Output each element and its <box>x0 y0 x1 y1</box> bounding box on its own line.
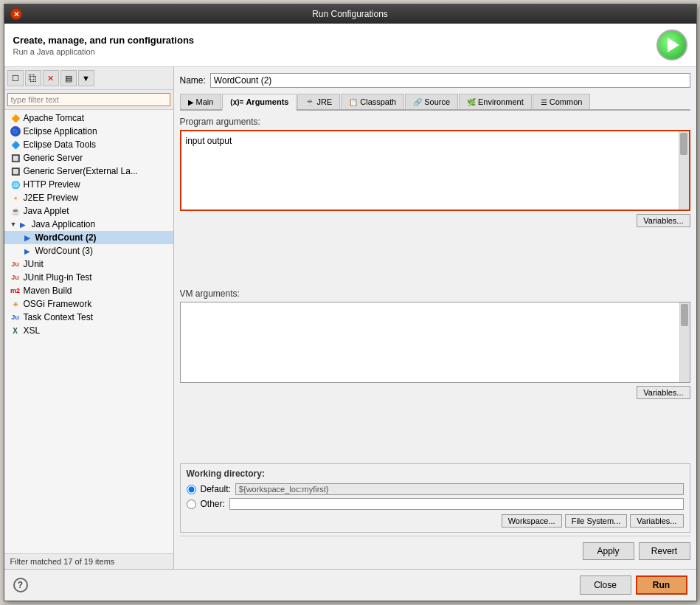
tree-item-label: Eclipse Application <box>24 126 97 136</box>
action-buttons: Apply Revert <box>180 536 690 563</box>
tree-item-junit[interactable]: Ju JUnit <box>4 257 173 271</box>
tab-jre[interactable]: ☕ JRE <box>297 94 340 109</box>
default-radio[interactable] <box>187 485 196 494</box>
tree-item-junit-plugin[interactable]: Ju JUnit Plug-in Test <box>4 271 173 284</box>
j2ee-icon: 🔸 <box>10 193 21 203</box>
junit-icon: Ju <box>10 259 21 269</box>
other-dir-value[interactable] <box>229 498 684 510</box>
tree-item-xsl[interactable]: X XSL <box>4 324 173 337</box>
vm-args-value <box>184 305 187 308</box>
program-args-box[interactable]: input output <box>180 130 690 211</box>
args-tab-icon: (x)= <box>230 98 243 106</box>
tab-common[interactable]: ☰ Common <box>533 94 591 109</box>
new-config-button[interactable]: ☐ <box>7 70 24 86</box>
tab-arguments[interactable]: (x)= Arguments <box>222 94 297 111</box>
filter-box <box>4 90 173 110</box>
filter-input[interactable] <box>7 93 170 106</box>
tab-classpath-label: Classpath <box>360 97 396 106</box>
tree-item-task-context[interactable]: Ju Task Context Test <box>4 311 173 324</box>
tab-environment[interactable]: 🌿 Environment <box>459 94 532 109</box>
title-bar: ✕ Run Configurations <box>4 4 696 24</box>
tab-source[interactable]: 🔗 Source <box>405 94 458 109</box>
tree-item-label: OSGi Framework <box>24 299 92 309</box>
workspace-button[interactable]: Workspace... <box>502 514 562 528</box>
program-args-section: Program arguments: input output Variable… <box>180 117 690 286</box>
junit-plugin-icon: Ju <box>10 272 21 283</box>
tree-item-eclipse-application[interactable]: 🔵 Eclipse Application <box>4 125 173 138</box>
tree-area: 🔶 Apache Tomcat 🔵 Eclipse Application 🔷 … <box>4 110 173 553</box>
vm-args-label: VM arguments: <box>180 288 690 299</box>
left-toolbar: ☐ ⿻ ✕ ▤ ▼ <box>4 67 173 90</box>
tree-item-apache-tomcat[interactable]: 🔶 Apache Tomcat <box>4 111 173 125</box>
tree-item-eclipse-data-tools[interactable]: 🔷 Eclipse Data Tools <box>4 138 173 151</box>
left-panel: ☐ ⿻ ✕ ▤ ▼ 🔶 Apache Tomcat 🔵 Eclipse Appl… <box>4 67 174 569</box>
http-icon: 🌐 <box>10 179 21 190</box>
filesystem-button[interactable]: File System... <box>565 514 628 528</box>
program-args-variables-button[interactable]: Variables... <box>637 214 690 227</box>
dir-buttons: Workspace... File System... Variables... <box>187 514 684 528</box>
tree-item-label: Java Applet <box>24 206 69 216</box>
run-button[interactable]: Run <box>636 575 687 595</box>
help-button[interactable]: ? <box>13 578 28 592</box>
tree-item-label: Task Context Test <box>24 312 94 322</box>
default-radio-label: Default: <box>201 484 231 494</box>
name-label: Name: <box>180 75 206 86</box>
header-subtitle: Run a Java application <box>13 47 195 56</box>
tree-item-wordcount-3[interactable]: ▶ WordCount (3) <box>4 244 173 257</box>
tree-item-j2ee-preview[interactable]: 🔸 J2EE Preview <box>4 191 173 204</box>
tree-item-osgi[interactable]: ✳ OSGi Framework <box>4 297 173 311</box>
tree-item-java-applet[interactable]: ☕ Java Applet <box>4 204 173 218</box>
revert-button[interactable]: Revert <box>639 542 690 560</box>
tree-item-label: WordCount (2) <box>35 232 97 243</box>
tree-item-label: J2EE Preview <box>24 193 79 203</box>
tree-item-label: Eclipse Data Tools <box>24 139 97 150</box>
env-tab-icon: 🌿 <box>467 98 476 106</box>
tree-item-label: Generic Server(External La... <box>24 166 138 176</box>
xsl-icon: X <box>10 325 21 336</box>
other-config-button[interactable]: ▼ <box>78 70 94 86</box>
program-args-scrollbar[interactable] <box>679 131 689 210</box>
tab-content: Program arguments: input output Variable… <box>180 117 690 563</box>
delete-config-button[interactable]: ✕ <box>43 70 59 86</box>
tab-common-label: Common <box>550 97 583 106</box>
name-row: Name: <box>180 73 690 88</box>
tree-item-generic-server-ext[interactable]: 🔲 Generic Server(External La... <box>4 165 173 178</box>
tab-classpath[interactable]: 📋 Classpath <box>341 94 404 109</box>
wordcount3-icon: ▶ <box>22 246 32 256</box>
name-input[interactable] <box>210 73 690 88</box>
tree-item-label: Generic Server <box>24 153 83 163</box>
tree-item-java-application[interactable]: ▼ ▶ Java Application <box>4 218 173 231</box>
bottom-bar: ? Close Run <box>4 569 696 601</box>
save-config-button[interactable]: ▤ <box>60 70 77 86</box>
run-icon-button[interactable] <box>656 30 687 60</box>
osgi-icon: ✳ <box>10 299 21 309</box>
tree-item-maven-build[interactable]: m2 Maven Build <box>4 284 173 297</box>
copy-config-button[interactable]: ⿻ <box>25 70 41 86</box>
tomcat-icon: 🔶 <box>10 113 21 123</box>
apply-button[interactable]: Apply <box>583 542 634 560</box>
server-icon: 🔲 <box>10 153 21 163</box>
classpath-tab-icon: 📋 <box>349 98 358 106</box>
eclipse-icon: 🔵 <box>10 126 21 136</box>
vm-args-scrollbar[interactable] <box>679 302 690 382</box>
close-button[interactable]: Close <box>580 575 631 595</box>
server-ext-icon: 🔲 <box>10 166 21 176</box>
tree-item-generic-server[interactable]: 🔲 Generic Server <box>4 151 173 165</box>
applet-icon: ☕ <box>10 206 21 216</box>
scrollbar-thumb <box>680 133 687 155</box>
dir-variables-button[interactable]: Variables... <box>630 514 683 528</box>
tab-main[interactable]: ▶ Main <box>180 94 222 109</box>
close-window-button[interactable]: ✕ <box>10 8 22 20</box>
common-tab-icon: ☰ <box>541 98 547 106</box>
tree-item-label: Maven Build <box>24 286 72 296</box>
tree-item-label: JUnit <box>24 259 44 269</box>
vm-args-box[interactable] <box>180 302 690 383</box>
tree-item-wordcount-2[interactable]: ▶ WordCount (2) <box>4 231 173 244</box>
default-dir-value <box>235 483 684 495</box>
tree-item-label: JUnit Plug-in Test <box>24 272 92 283</box>
other-radio[interactable] <box>187 499 196 509</box>
vm-args-variables-button[interactable]: Variables... <box>637 386 690 399</box>
program-args-variables-row: Variables... <box>180 214 690 227</box>
header-title: Create, manage, and run configurations <box>13 35 195 46</box>
tree-item-http-preview[interactable]: 🌐 HTTP Preview <box>4 178 173 191</box>
